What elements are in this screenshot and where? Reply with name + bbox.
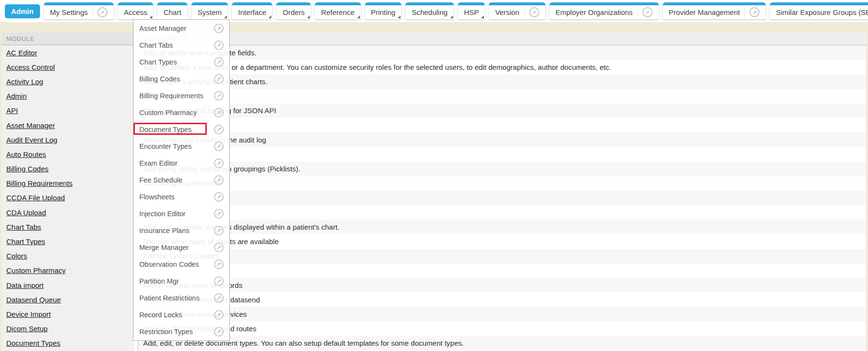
- module-link[interactable]: Audit Event Log: [6, 136, 57, 144]
- open-new-window-icon[interactable]: [214, 260, 224, 269]
- description-table-row: Manage what types of charts are availabl…: [138, 234, 866, 248]
- nav-tab-reference[interactable]: Reference: [315, 2, 361, 19]
- module-table-row: Device Import: [2, 307, 134, 321]
- nav-tab-employer-organizations[interactable]: Employer Organizations: [549, 2, 659, 19]
- description-table-row: Import files from various devices: [138, 307, 866, 321]
- chart-menu-item-flowsheets[interactable]: Flowsheets: [134, 188, 229, 205]
- module-link[interactable]: Document Types: [6, 339, 60, 347]
- chart-menu-item-custom-pharmacy[interactable]: Custom Pharmacy: [134, 104, 229, 121]
- chart-menu-item-observation-codes[interactable]: Observation Codes: [134, 256, 229, 273]
- nav-tab-scheduling[interactable]: Scheduling: [405, 2, 454, 19]
- nav-tab-provider-management[interactable]: Provider Management: [663, 2, 766, 19]
- open-new-window-icon[interactable]: [214, 91, 224, 101]
- nav-tab-system[interactable]: System: [191, 2, 228, 19]
- open-new-window-icon[interactable]: [214, 74, 224, 84]
- chart-menu-item-billing-codes[interactable]: Billing Codes: [134, 70, 229, 87]
- chart-menu-item-fee-schedule[interactable]: Fee Schedule: [134, 171, 229, 188]
- chart-menu-item-restriction-types[interactable]: Restriction Types: [134, 324, 229, 340]
- module-link[interactable]: CCDA File Upload: [6, 194, 65, 202]
- module-link[interactable]: CDA Upload: [6, 208, 46, 217]
- chart-menu-item-patient-restrictions[interactable]: Patient Restrictions: [134, 290, 229, 307]
- chart-menu-item-exam-editor[interactable]: Exam Editor: [134, 155, 229, 171]
- nav-tab-admin[interactable]: Admin: [5, 4, 40, 18]
- nav-tab-label: Access: [124, 8, 147, 16]
- description-table-row: [138, 89, 866, 104]
- module-table-row: Data import: [2, 278, 134, 292]
- chart-menu-item-encounter-types[interactable]: Encounter Types: [134, 138, 229, 155]
- chart-menu-item-injection-editor[interactable]: Injection Editor: [134, 206, 229, 222]
- module-link[interactable]: API: [6, 106, 18, 115]
- nav-tab-chart[interactable]: Chart: [157, 2, 187, 19]
- module-link[interactable]: Activity Log: [6, 78, 43, 86]
- module-table-row: Admin: [2, 89, 134, 104]
- module-link[interactable]: AC Editor: [6, 49, 37, 57]
- chart-menu-item-billing-requirements[interactable]: Billing Requirements: [134, 87, 229, 104]
- open-new-window-icon[interactable]: [214, 40, 224, 50]
- open-new-window-icon[interactable]: [214, 209, 224, 219]
- module-link[interactable]: Auto Routes: [6, 150, 46, 158]
- open-new-window-icon[interactable]: [214, 142, 224, 151]
- nav-tab-access[interactable]: Access: [118, 2, 153, 19]
- open-new-window-icon[interactable]: [214, 226, 224, 235]
- module-link[interactable]: Chart Types: [6, 237, 45, 246]
- nav-tab-similar-exposure-groups-segs-[interactable]: Similar Exposure Groups (SEGs): [770, 2, 868, 19]
- arrow-circle-icon: [749, 7, 760, 17]
- nav-tab-label: Chart: [163, 8, 181, 16]
- module-link[interactable]: Billing Requirements: [6, 179, 73, 187]
- module-link[interactable]: Device Import: [6, 310, 51, 318]
- submenu-caret-icon: [224, 15, 227, 18]
- chart-menu-item-label: Custom Pharmacy: [139, 109, 197, 117]
- open-new-window-icon[interactable]: [214, 57, 224, 67]
- nav-tab-version[interactable]: Version: [489, 2, 545, 19]
- open-new-window-icon[interactable]: [524, 7, 539, 17]
- module-table-row: Chart Tabs: [2, 220, 134, 234]
- module-link[interactable]: Chart Tabs: [6, 223, 41, 231]
- top-navigation-bar: Admin My Settings Access Chart System In…: [0, 0, 868, 22]
- chart-menu-item-label: Billing Codes: [139, 75, 180, 83]
- chart-menu-item-asset-manager[interactable]: Asset Manager: [134, 20, 229, 37]
- open-new-window-icon[interactable]: [214, 310, 224, 320]
- module-link[interactable]: Datasend Queue: [6, 296, 61, 304]
- module-link[interactable]: Colors: [6, 252, 27, 260]
- nav-tab-printing[interactable]: Printing: [365, 2, 402, 19]
- module-link[interactable]: Dicom Setup: [6, 325, 48, 333]
- chart-menu-item-chart-tabs[interactable]: Chart Tabs: [134, 37, 229, 53]
- module-link[interactable]: Admin: [6, 92, 27, 100]
- open-new-window-icon[interactable]: [745, 7, 760, 17]
- nav-tab-label: My Settings: [50, 8, 88, 16]
- open-new-window-icon[interactable]: [214, 327, 224, 337]
- module-link[interactable]: Data import: [6, 281, 44, 289]
- chart-menu-item-insurance-plans[interactable]: Insurance Plans: [134, 222, 229, 239]
- nav-tab-orders[interactable]: Orders: [276, 2, 311, 19]
- description-table-row: Add, edit, or delete the tabs displayed …: [138, 220, 866, 234]
- module-table-row: Access Control: [2, 60, 134, 74]
- chart-menu-item-partition-mgr[interactable]: Partition Mgr: [134, 273, 229, 290]
- module-link[interactable]: Billing Codes: [6, 165, 49, 173]
- chart-dropdown-menu: Asset Manager Chart Tabs Chart Types Bil…: [133, 19, 230, 341]
- chart-menu-item-label: Partition Mgr: [139, 277, 179, 285]
- nav-tab-hsp[interactable]: HSP: [458, 2, 485, 19]
- nav-tab-interface[interactable]: Interface: [232, 2, 272, 19]
- module-link[interactable]: Access Control: [6, 63, 55, 71]
- module-column-header: MODULE: [2, 32, 134, 45]
- nav-tab-my-settings[interactable]: My Settings: [44, 2, 114, 19]
- chart-menu-item-chart-types[interactable]: Chart Types: [134, 53, 229, 70]
- open-new-window-icon[interactable]: [214, 158, 224, 168]
- open-new-window-icon[interactable]: [214, 125, 224, 134]
- chart-menu-item-record-locks[interactable]: Record Locks: [134, 307, 229, 324]
- open-new-window-icon[interactable]: [214, 293, 224, 303]
- module-link[interactable]: Asset Manager: [6, 121, 55, 130]
- module-table-row: Colors: [2, 249, 134, 263]
- open-new-window-icon[interactable]: [93, 7, 107, 17]
- open-new-window-icon[interactable]: [214, 276, 224, 286]
- open-new-window-icon[interactable]: [214, 192, 224, 202]
- open-new-window-icon[interactable]: [214, 175, 224, 185]
- chart-menu-item-document-types[interactable]: Document Types: [134, 121, 229, 138]
- open-new-window-icon[interactable]: [214, 108, 224, 117]
- open-new-window-icon[interactable]: [214, 243, 224, 252]
- nav-tab-label: Scheduling: [412, 8, 447, 16]
- chart-menu-item-merge-manager[interactable]: Merge Manager: [134, 239, 229, 256]
- module-link[interactable]: Custom Pharmacy: [6, 266, 66, 274]
- open-new-window-icon[interactable]: [638, 7, 653, 17]
- open-new-window-icon[interactable]: [214, 24, 224, 33]
